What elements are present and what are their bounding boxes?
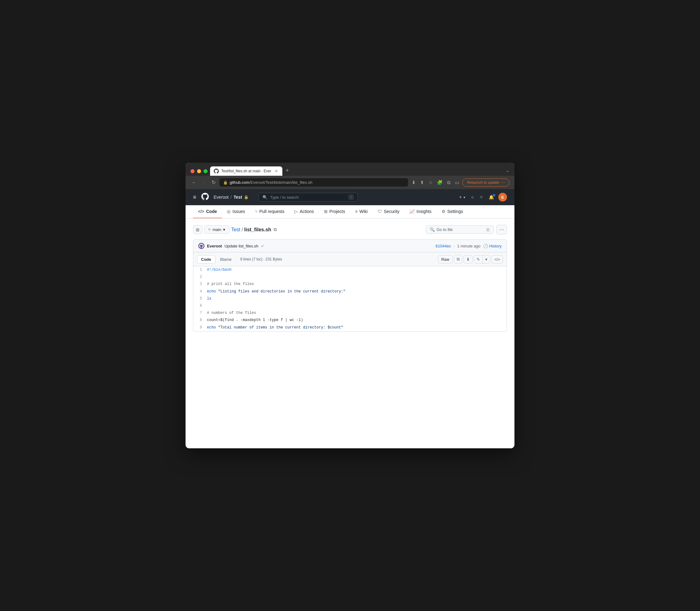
tab-issues[interactable]: ◎ Issues xyxy=(222,205,250,218)
line-number[interactable]: 3 xyxy=(193,281,206,288)
sidebar-icon[interactable]: ▭ xyxy=(454,179,460,186)
tab-actions[interactable]: ▷ Actions xyxy=(289,205,319,218)
bookmark-icon[interactable]: ☆ xyxy=(427,179,434,186)
go-to-file-input[interactable]: 🔍 Go to file t xyxy=(426,225,494,234)
projects-nav-icon: ⊞ xyxy=(324,209,328,214)
share-icon[interactable]: ⬆ xyxy=(419,179,425,186)
new-tab-button[interactable]: + xyxy=(283,166,291,175)
search-bar[interactable]: 🔍 Type / to search / xyxy=(258,193,358,202)
browser-tab-active[interactable]: Test/list_files.sh at main · Ever ✕ xyxy=(210,166,283,176)
tab-code-view[interactable]: Code xyxy=(197,255,215,264)
back-button[interactable]: ← xyxy=(191,179,198,186)
relaunch-button[interactable]: Relaunch to update ⋯ xyxy=(462,179,509,187)
line-number[interactable]: 4 xyxy=(193,288,206,295)
search-icon-small: 🔍 xyxy=(430,227,435,232)
tab-expand-icon[interactable]: ⌄ xyxy=(506,168,509,173)
line-number[interactable]: 6 xyxy=(193,302,206,310)
tab-projects[interactable]: ⊞ Projects xyxy=(319,205,350,218)
address-bar[interactable]: 🔒 github.com/Everoot/Test/blob/main/list… xyxy=(219,178,408,187)
owner-link[interactable]: Everoot xyxy=(214,195,229,199)
tab-manager-icon[interactable]: ⧉ xyxy=(446,179,452,186)
tab-blame-view[interactable]: Blame xyxy=(217,255,235,263)
line-content: #!/bin/bash xyxy=(206,266,507,273)
path-separator: / xyxy=(230,195,232,199)
table-row: 8 count=$(find . -maxdepth 1 -type f | w… xyxy=(193,317,507,324)
address-text: github.com/Everoot/Test/blob/main/list_f… xyxy=(230,180,313,185)
minimize-button[interactable] xyxy=(197,169,201,173)
table-row: 5 ls xyxy=(193,295,507,302)
download-button[interactable]: ⬇ xyxy=(463,255,473,264)
user-avatar[interactable]: E xyxy=(498,193,507,202)
commit-hash[interactable]: 61044ec xyxy=(436,244,451,248)
extension-icon[interactable]: 🧩 xyxy=(436,179,444,186)
pullrequest-icon: ⑂ xyxy=(480,195,483,199)
github-logo[interactable] xyxy=(201,193,209,202)
topnav-actions: ＋ ▾ ○ ⑂ 🔔 E xyxy=(456,193,507,202)
tab-close-icon[interactable]: ✕ xyxy=(274,168,279,174)
relaunch-dots-icon: ⋯ xyxy=(501,180,505,185)
reload-button[interactable]: ↻ xyxy=(210,179,217,186)
code-view-tabs-bar: Code Blame 9 lines (7 loc) · 231 Bytes R… xyxy=(193,252,507,266)
forward-button[interactable]: → xyxy=(200,179,208,186)
repo-lock-icon: 🔒 xyxy=(244,195,248,199)
browser-titlebar: Test/list_files.sh at main · Ever ✕ + ⌄ xyxy=(185,163,515,176)
traffic-lights xyxy=(191,169,208,173)
tab-settings[interactable]: ⚙ Settings xyxy=(437,205,468,218)
tab-insights-label: Insights xyxy=(416,209,431,214)
download-page-icon[interactable]: ⬇ xyxy=(411,179,417,186)
pull-requests-button[interactable]: ⑂ xyxy=(478,193,484,201)
code-actions: Raw ⧉ ⬇ ✎ ▾ </> xyxy=(438,255,503,264)
line-number[interactable]: 5 xyxy=(193,295,206,302)
commit-dot-separator: · xyxy=(454,244,455,248)
close-button[interactable] xyxy=(191,169,195,173)
file-tree-toggle[interactable]: ⊞ xyxy=(193,225,202,234)
line-number[interactable]: 7 xyxy=(193,310,206,317)
breadcrumb-repo[interactable]: Test xyxy=(231,227,240,233)
line-number[interactable]: 1 xyxy=(193,266,206,273)
search-icon: 🔍 xyxy=(262,195,268,199)
tab-security[interactable]: 🛡 Security xyxy=(372,205,405,218)
history-clock-icon: 🕐 xyxy=(483,244,488,248)
edit-dropdown-button[interactable]: ▾ xyxy=(483,255,490,263)
file-more-button[interactable]: ⋯ xyxy=(497,225,507,234)
tab-title: Test/list_files.sh at main · Ever xyxy=(221,169,271,173)
commit-author-name[interactable]: Everoot xyxy=(207,244,222,248)
file-header-row: ⊞ ⑂ main ▾ Test / list_files.sh ⧉ xyxy=(193,225,507,234)
create-new-button[interactable]: ＋ ▾ xyxy=(456,193,467,201)
maximize-button[interactable] xyxy=(203,169,208,173)
repo-link[interactable]: Test xyxy=(234,195,242,199)
history-button[interactable]: 🕐 History xyxy=(483,244,502,248)
tab-code-label: Code xyxy=(206,209,217,214)
tab-pull-requests-label: Pull requests xyxy=(259,209,285,214)
code-meta: 9 lines (7 loc) · 231 Bytes xyxy=(240,257,282,262)
copy-path-button[interactable]: ⧉ xyxy=(273,226,277,233)
commit-message: Update list_files.sh xyxy=(224,244,258,248)
wiki-nav-icon: ≡ xyxy=(355,209,357,214)
file-container: ⊞ ⑂ main ▾ Test / list_files.sh ⧉ xyxy=(185,219,515,338)
issues-button[interactable]: ○ xyxy=(470,193,476,201)
tab-wiki[interactable]: ≡ Wiki xyxy=(350,205,372,218)
edit-file-button[interactable]: ✎ xyxy=(474,255,483,263)
notification-dot xyxy=(493,194,495,196)
line-content xyxy=(206,273,507,281)
hamburger-icon[interactable]: ≡ xyxy=(193,194,196,200)
table-row: 3 # print all the files xyxy=(193,281,507,288)
copy-raw-button[interactable]: ⧉ xyxy=(454,255,462,264)
commit-bar: Everoot Update list_files.sh ✓ 61044ec ·… xyxy=(193,239,507,252)
branch-chevron-icon: ▾ xyxy=(223,227,225,232)
line-number[interactable]: 8 xyxy=(193,317,206,324)
line-number[interactable]: 2 xyxy=(193,273,206,281)
raw-button[interactable]: Raw xyxy=(438,255,453,264)
tab-wiki-label: Wiki xyxy=(359,209,367,214)
tab-favicon xyxy=(214,168,219,174)
branch-selector[interactable]: ⑂ main ▾ xyxy=(204,225,229,234)
go-to-file-label: Go to file xyxy=(437,227,453,232)
tab-insights[interactable]: 📈 Insights xyxy=(404,205,436,218)
line-number[interactable]: 9 xyxy=(193,324,206,331)
insights-nav-icon: 📈 xyxy=(409,209,414,214)
tab-code[interactable]: </> Code xyxy=(193,205,222,218)
symbols-button[interactable]: </> xyxy=(491,255,503,264)
issues-nav-icon: ◎ xyxy=(227,209,230,214)
commit-info-right: 61044ec · 1 minute ago 🕐 History xyxy=(436,244,502,248)
tab-pull-requests[interactable]: ⑂ Pull requests xyxy=(250,205,289,218)
